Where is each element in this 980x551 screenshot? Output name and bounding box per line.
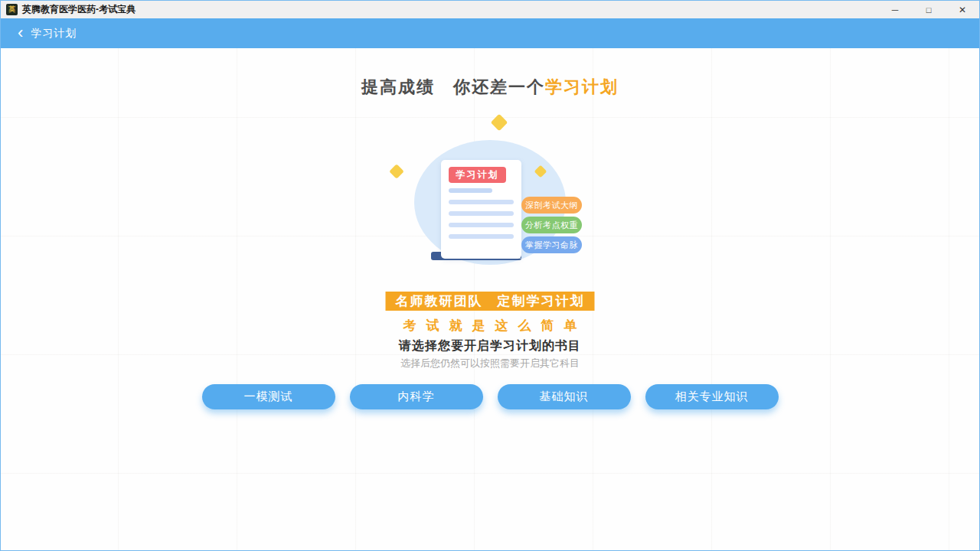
- study-plan-document: 学习计划: [441, 160, 521, 259]
- app-window: 英 英腾教育医学医药-考试宝典 ─ □ ✕ ‹ 学习计划 提高成绩 你还差一个学…: [0, 0, 980, 551]
- window-controls: ─ □ ✕: [878, 1, 979, 18]
- document-text-line: [449, 211, 514, 216]
- app-header: ‹ 学习计划: [1, 18, 979, 48]
- feature-pill-exam-outline: 深剖考试大纲: [521, 197, 582, 214]
- hero-heading-accent: 学习计划: [545, 77, 619, 96]
- subject-button-mock-test[interactable]: 一模测试: [202, 384, 335, 409]
- minimize-button[interactable]: ─: [878, 1, 912, 18]
- close-button[interactable]: ✕: [946, 1, 979, 18]
- document-text-line: [449, 188, 492, 193]
- hero-heading-plain: 提高成绩 你还差一个: [361, 77, 545, 96]
- study-plan-illustration: 学习计划 深剖考试大纲 分析考点权重 掌握学习命脉: [376, 109, 606, 274]
- feature-pill-study-lifeline: 掌握学习命脉: [521, 236, 582, 253]
- subject-button-row: 一模测试 内科学 基础知识 相关专业知识: [1, 384, 979, 409]
- maximize-button[interactable]: □: [912, 1, 946, 18]
- document-text-line: [449, 223, 514, 227]
- select-subject-title: 请选择您要开启学习计划的书目: [1, 338, 979, 354]
- sparkle-diamond-icon: [389, 164, 404, 179]
- subject-button-basic-knowledge[interactable]: 基础知识: [498, 384, 631, 409]
- app-title: 英腾教育医学医药-考试宝典: [22, 3, 136, 16]
- back-button[interactable]: ‹ 学习计划: [18, 25, 77, 42]
- document-text-line: [449, 234, 514, 239]
- subject-button-internal-medicine[interactable]: 内科学: [350, 384, 483, 409]
- sparkle-diamond-icon: [491, 114, 508, 132]
- promo-banner: 名师教研团队 定制学习计划: [386, 292, 595, 311]
- feature-pill-point-weight: 分析考点权重: [521, 217, 582, 233]
- subject-button-related-professional[interactable]: 相关专业知识: [645, 384, 779, 409]
- title-bar: 英 英腾教育医学医药-考试宝典 ─ □ ✕: [1, 1, 979, 18]
- page-title: 学习计划: [31, 27, 77, 41]
- back-chevron-icon: ‹: [18, 24, 23, 41]
- select-subject-hint: 选择后您仍然可以按照需要开启其它科目: [1, 357, 979, 370]
- app-icon: 英: [6, 4, 18, 15]
- document-text-line: [449, 200, 514, 204]
- main-content: 提高成绩 你还差一个学习计划 学习计划 深剖考试大纲 分析考点权重 掌握学习命脉: [1, 48, 979, 550]
- promo-slogan: 考试就是这么简单: [1, 317, 979, 334]
- hero-heading: 提高成绩 你还差一个学习计划: [1, 76, 979, 99]
- document-title-banner: 学习计划: [449, 167, 506, 183]
